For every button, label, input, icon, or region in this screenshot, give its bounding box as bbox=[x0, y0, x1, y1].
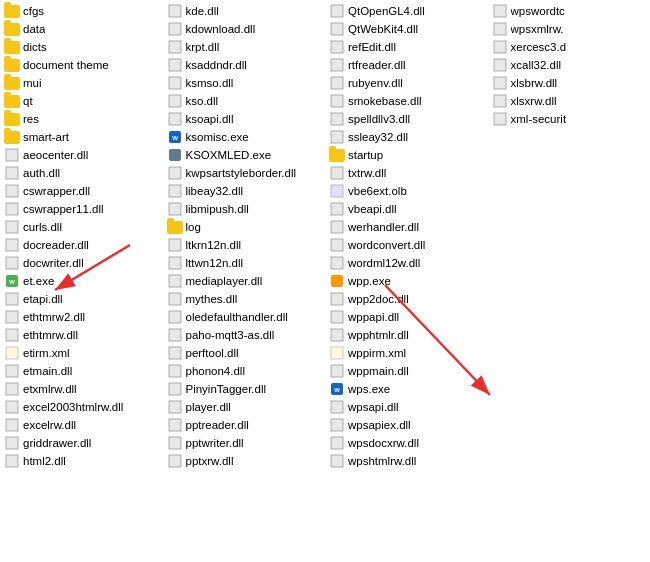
file-item[interactable]: excelrw.dll bbox=[0, 416, 163, 434]
file-item[interactable]: wpp2doc.dll bbox=[325, 290, 488, 308]
file-item[interactable]: wpp.exe bbox=[325, 272, 488, 290]
file-item[interactable]: xlsxrw.dll bbox=[488, 92, 651, 110]
file-name: smokebase.dll bbox=[348, 95, 422, 107]
svg-rect-53 bbox=[331, 167, 343, 179]
file-item[interactable]: QtOpenGL4.dll bbox=[325, 2, 488, 20]
file-item[interactable]: xlsbrw.dll bbox=[488, 74, 651, 92]
file-item[interactable]: log bbox=[163, 218, 326, 236]
file-item[interactable]: spelldllv3.dll bbox=[325, 110, 488, 128]
file-item[interactable]: wpphtmlr.dll bbox=[325, 326, 488, 344]
file-item[interactable]: ssleay32.dll bbox=[325, 128, 488, 146]
file-item[interactable]: refEdit.dll bbox=[325, 38, 488, 56]
file-item[interactable]: res bbox=[0, 110, 163, 128]
file-item[interactable]: PinyinTagger.dll bbox=[163, 380, 326, 398]
file-item[interactable]: smart-art bbox=[0, 128, 163, 146]
file-item[interactable]: QtWebKit4.dll bbox=[325, 20, 488, 38]
file-item[interactable]: phonon4.dll bbox=[163, 362, 326, 380]
file-item[interactable]: data bbox=[0, 20, 163, 38]
file-item[interactable]: wpswordtc bbox=[488, 2, 651, 20]
file-item[interactable]: oledefaulthandler.dll bbox=[163, 308, 326, 326]
folder-icon bbox=[4, 39, 20, 55]
file-item[interactable]: ksmso.dll bbox=[163, 74, 326, 92]
file-item[interactable]: pptxrw.dll bbox=[163, 452, 326, 470]
file-item[interactable]: werhandler.dll bbox=[325, 218, 488, 236]
dll-icon bbox=[4, 327, 20, 343]
svg-rect-36 bbox=[169, 311, 181, 323]
file-item[interactable]: wppirm.xml bbox=[325, 344, 488, 362]
file-item[interactable]: xcall32.dll bbox=[488, 56, 651, 74]
file-item[interactable]: wordml12w.dll bbox=[325, 254, 488, 272]
file-item[interactable]: dicts bbox=[0, 38, 163, 56]
file-item[interactable]: cswrapper.dll bbox=[0, 182, 163, 200]
file-item[interactable]: ksaddndr.dll bbox=[163, 56, 326, 74]
file-item[interactable]: mediaplayer.dll bbox=[163, 272, 326, 290]
file-item[interactable]: xml-securit bbox=[488, 110, 651, 128]
file-item[interactable]: kwpsartstyleborder.dll bbox=[163, 164, 326, 182]
file-item[interactable]: auth.dll bbox=[0, 164, 163, 182]
file-item[interactable]: ksoapi.dll bbox=[163, 110, 326, 128]
file-item[interactable]: curls.dll bbox=[0, 218, 163, 236]
file-item[interactable]: wpsdocxrw.dll bbox=[325, 434, 488, 452]
file-item[interactable]: smokebase.dll bbox=[325, 92, 488, 110]
file-item[interactable]: vbe6ext.olb bbox=[325, 182, 488, 200]
dll-icon bbox=[167, 273, 183, 289]
file-item[interactable]: Wwps.exe bbox=[325, 380, 488, 398]
file-item[interactable]: libeay32.dll bbox=[163, 182, 326, 200]
dll-icon bbox=[492, 3, 508, 19]
file-item[interactable]: wpshtmlrw.dll bbox=[325, 452, 488, 470]
file-item[interactable]: ethtmrw2.dll bbox=[0, 308, 163, 326]
file-item[interactable]: excel2003htmlrw.dll bbox=[0, 398, 163, 416]
file-item[interactable]: wppmain.dll bbox=[325, 362, 488, 380]
file-item[interactable]: rtfreader.dll bbox=[325, 56, 488, 74]
file-item[interactable]: document theme bbox=[0, 56, 163, 74]
file-item[interactable]: libmipush.dll bbox=[163, 200, 326, 218]
file-item[interactable]: cswrapper11.dll bbox=[0, 200, 163, 218]
file-item[interactable]: wpsapiex.dll bbox=[325, 416, 488, 434]
file-item[interactable]: griddrawer.dll bbox=[0, 434, 163, 452]
file-item[interactable]: perftool.dll bbox=[163, 344, 326, 362]
file-item[interactable]: rubyenv.dll bbox=[325, 74, 488, 92]
file-item[interactable]: Wet.exe bbox=[0, 272, 163, 290]
file-name: paho-mqtt3-as.dll bbox=[186, 329, 275, 341]
file-item[interactable]: docwriter.dll bbox=[0, 254, 163, 272]
file-item[interactable]: pptreader.dll bbox=[163, 416, 326, 434]
file-item[interactable]: qt bbox=[0, 92, 163, 110]
file-item[interactable]: paho-mqtt3-as.dll bbox=[163, 326, 326, 344]
folder-icon bbox=[167, 219, 183, 235]
file-item[interactable]: pptwriter.dll bbox=[163, 434, 326, 452]
file-item[interactable]: docreader.dll bbox=[0, 236, 163, 254]
file-item[interactable]: aeocenter.dll bbox=[0, 146, 163, 164]
file-item[interactable]: krpt.dll bbox=[163, 38, 326, 56]
file-item[interactable]: player.dll bbox=[163, 398, 326, 416]
file-item[interactable]: cfgs bbox=[0, 2, 163, 20]
file-item[interactable]: xercesc3.d bbox=[488, 38, 651, 56]
file-item[interactable]: wpsapi.dll bbox=[325, 398, 488, 416]
file-item[interactable]: etxmlrw.dll bbox=[0, 380, 163, 398]
file-item[interactable]: etirm.xml bbox=[0, 344, 163, 362]
file-item[interactable]: mui bbox=[0, 74, 163, 92]
file-item[interactable]: ethtmrw.dll bbox=[0, 326, 163, 344]
file-item[interactable]: kso.dll bbox=[163, 92, 326, 110]
file-name: xlsbrw.dll bbox=[511, 77, 558, 89]
file-name: aeocenter.dll bbox=[23, 149, 88, 161]
file-item[interactable]: lttwn12n.dll bbox=[163, 254, 326, 272]
file-name: kdownload.dll bbox=[186, 23, 256, 35]
dll-icon bbox=[167, 165, 183, 181]
file-item[interactable]: KSOXMLED.exe bbox=[163, 146, 326, 164]
file-item[interactable]: wpsxmlrw. bbox=[488, 20, 651, 38]
file-item[interactable]: vbeapi.dll bbox=[325, 200, 488, 218]
file-item[interactable]: wppapi.dll bbox=[325, 308, 488, 326]
file-item[interactable]: ltkrn12n.dll bbox=[163, 236, 326, 254]
file-item[interactable]: html2.dll bbox=[0, 452, 163, 470]
file-item[interactable]: kde.dll bbox=[163, 2, 326, 20]
svg-rect-71 bbox=[494, 5, 506, 17]
svg-rect-61 bbox=[331, 311, 343, 323]
file-item[interactable]: txtrw.dll bbox=[325, 164, 488, 182]
file-item[interactable]: wordconvert.dll bbox=[325, 236, 488, 254]
file-item[interactable]: kdownload.dll bbox=[163, 20, 326, 38]
file-item[interactable]: Wksomisc.exe bbox=[163, 128, 326, 146]
file-item[interactable]: etmain.dll bbox=[0, 362, 163, 380]
file-item[interactable]: startup bbox=[325, 146, 488, 164]
file-item[interactable]: mythes.dll bbox=[163, 290, 326, 308]
file-item[interactable]: etapi.dll bbox=[0, 290, 163, 308]
